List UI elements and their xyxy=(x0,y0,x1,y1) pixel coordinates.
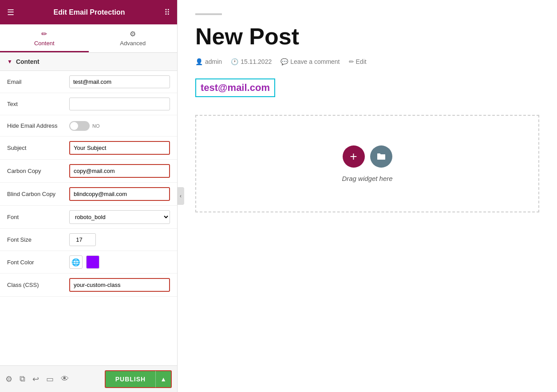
panel-bottom: ⚙ ⧉ ↩ ▭ 👁 PUBLISH ▲ xyxy=(0,365,177,392)
font-size-label: Font Size xyxy=(7,236,69,243)
preview-icon[interactable]: 👁 xyxy=(61,374,69,384)
add-widget-button[interactable]: + xyxy=(343,145,365,168)
font-color-control: 🌐 xyxy=(69,255,170,269)
publish-arrow-button[interactable]: ▲ xyxy=(155,370,172,388)
panel-content: ▼ Content Email Text Hide Email Address xyxy=(0,53,177,365)
right-panel: New Post 👤 admin 🕐 15.11.2022 💬 Leave a … xyxy=(178,0,557,392)
font-size-control xyxy=(69,233,170,246)
layers-icon[interactable]: ⧉ xyxy=(20,374,25,384)
tab-advanced-label: Advanced xyxy=(120,40,146,47)
tab-advanced[interactable]: ⚙ Advanced xyxy=(89,24,178,52)
section-label: Content xyxy=(16,58,40,65)
subject-input[interactable] xyxy=(69,141,170,155)
history-icon[interactable]: ↩ xyxy=(32,374,39,384)
blind-carbon-copy-label: Blind Carbon Copy xyxy=(7,191,69,197)
font-size-input[interactable] xyxy=(69,233,96,246)
settings-icon[interactable]: ⚙ xyxy=(5,374,12,384)
toggle-knob xyxy=(70,122,78,130)
hide-email-label: Hide Email Address xyxy=(7,122,69,129)
carbon-copy-label: Carbon Copy xyxy=(7,168,69,174)
comment-icon: 💬 xyxy=(280,58,288,65)
css-class-control xyxy=(69,278,170,292)
hide-email-toggle[interactable] xyxy=(69,121,90,131)
widget-dropzone: + Drag widget here xyxy=(195,115,539,212)
blind-carbon-copy-row: Blind Carbon Copy xyxy=(0,183,177,206)
drag-label: Drag widget here xyxy=(342,175,392,182)
subject-control xyxy=(69,141,170,155)
email-preview-wrap: test@mail.com xyxy=(195,78,275,97)
tab-content[interactable]: ✏ Content xyxy=(0,24,89,52)
subject-label: Subject xyxy=(7,145,69,151)
responsive-icon[interactable]: ▭ xyxy=(46,374,54,384)
clock-icon: 🕐 xyxy=(231,58,238,65)
email-input[interactable] xyxy=(69,75,170,88)
font-control: roboto_bold arial helvetica xyxy=(69,210,170,224)
panel-tabs: ✏ Content ⚙ Advanced xyxy=(0,24,177,53)
post-meta: 👤 admin 🕐 15.11.2022 💬 Leave a comment ✏… xyxy=(195,58,539,65)
comment-label: Leave a comment xyxy=(290,58,340,65)
css-class-row: Class (CSS) xyxy=(0,274,177,297)
meta-comment[interactable]: 💬 Leave a comment xyxy=(280,58,340,65)
text-input[interactable] xyxy=(69,98,170,110)
grid-icon[interactable]: ⠿ xyxy=(164,8,170,17)
post-title: New Post xyxy=(195,24,539,49)
pencil-icon: ✏ xyxy=(41,30,47,38)
email-row: Email xyxy=(0,71,177,93)
toggle-control: NO xyxy=(69,121,170,131)
author-name: admin xyxy=(205,58,222,65)
font-size-row: Font Size xyxy=(0,229,177,251)
publish-wrap: PUBLISH ▲ xyxy=(105,370,172,388)
blind-carbon-copy-input[interactable] xyxy=(69,187,170,201)
tab-content-label: Content xyxy=(34,40,55,47)
email-control xyxy=(69,75,170,88)
panel-header-title: Edit Email Protection xyxy=(54,8,125,16)
panel-collapse-arrow[interactable]: ‹ xyxy=(177,187,184,205)
section-header[interactable]: ▼ Content xyxy=(0,53,177,71)
folder-widget-button[interactable] xyxy=(370,145,392,168)
divider-line xyxy=(195,13,222,15)
meta-author: 👤 admin xyxy=(195,58,222,65)
toggle-no-label: NO xyxy=(92,123,100,129)
carbon-copy-row: Carbon Copy xyxy=(0,160,177,183)
carbon-copy-input[interactable] xyxy=(69,164,170,178)
css-class-label: Class (CSS) xyxy=(7,282,69,288)
text-row: Text xyxy=(0,93,177,115)
email-preview-link[interactable]: test@mail.com xyxy=(201,82,270,93)
edit-icon: ✏ xyxy=(349,58,354,65)
carbon-copy-control xyxy=(69,164,170,178)
font-color-row: Font Color 🌐 xyxy=(0,251,177,274)
text-label: Text xyxy=(7,101,69,107)
author-icon: 👤 xyxy=(195,58,203,65)
post-date: 15.11.2022 xyxy=(241,58,272,65)
font-select[interactable]: roboto_bold arial helvetica xyxy=(69,210,170,224)
text-control xyxy=(69,98,170,110)
dropzone-buttons: + xyxy=(343,145,392,168)
meta-date: 🕐 15.11.2022 xyxy=(231,58,272,65)
hamburger-icon[interactable]: ☰ xyxy=(7,8,14,17)
gear-tab-icon: ⚙ xyxy=(130,30,136,38)
font-row: Font roboto_bold arial helvetica xyxy=(0,206,177,229)
meta-edit[interactable]: ✏ Edit xyxy=(349,58,367,65)
bottom-icons: ⚙ ⧉ ↩ ▭ 👁 xyxy=(5,374,69,384)
font-label: Font xyxy=(7,214,69,220)
css-class-input[interactable] xyxy=(69,278,170,292)
color-swatch[interactable] xyxy=(86,255,99,269)
font-color-label: Font Color xyxy=(7,259,69,266)
subject-row: Subject xyxy=(0,137,177,160)
blind-carbon-copy-control xyxy=(69,187,170,201)
email-label: Email xyxy=(7,78,69,85)
section-arrow-icon: ▼ xyxy=(7,59,12,65)
edit-label: Edit xyxy=(356,58,367,65)
hide-email-row: Hide Email Address NO xyxy=(0,115,177,137)
panel-header: ☰ Edit Email Protection ⠿ xyxy=(0,0,177,24)
left-panel: ☰ Edit Email Protection ⠿ ✏ Content ⚙ Ad… xyxy=(0,0,178,392)
globe-icon[interactable]: 🌐 xyxy=(69,255,83,269)
publish-button[interactable]: PUBLISH xyxy=(105,370,155,388)
